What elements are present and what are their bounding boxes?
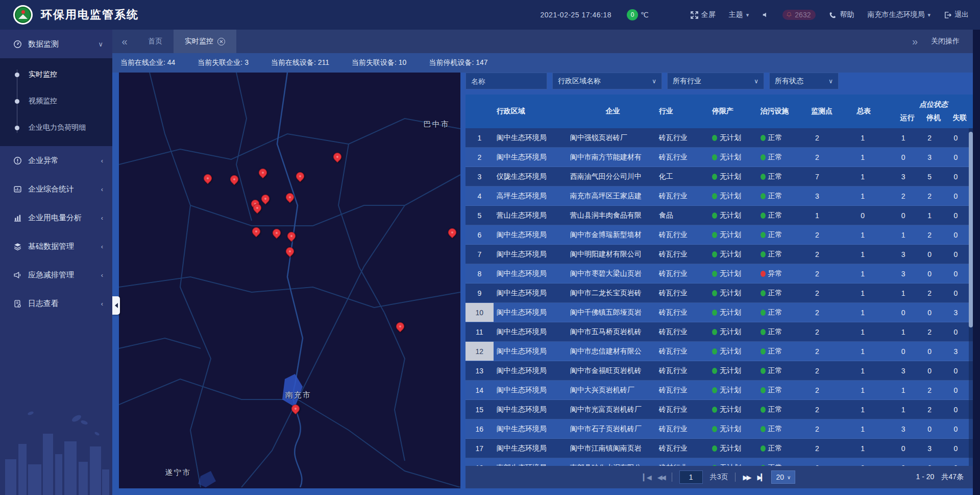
mute-button[interactable] (762, 11, 769, 18)
map-pin[interactable] (257, 167, 269, 179)
map-pin[interactable] (284, 246, 296, 257)
cell-region: 阆中生态环境局 (494, 386, 567, 395)
scrollbar-thumb[interactable] (969, 132, 973, 327)
sidebar-group-logs[interactable]: 日志查看 ‹ (0, 289, 112, 318)
map-pin[interactable] (202, 173, 214, 184)
cell-industry: 砖瓦行业 (656, 347, 709, 356)
map-pin[interactable] (271, 227, 283, 239)
status-dot-icon (761, 329, 766, 335)
page-number-input[interactable] (679, 470, 703, 484)
map-pin[interactable] (332, 151, 344, 163)
table-row[interactable]: 17阆中生态环境局阆中市江南镇阆南页岩砖瓦行业无计划正常21030 (465, 439, 973, 458)
cell-facility-status: 正常 (757, 230, 808, 240)
table-row[interactable]: 7阆中生态环境局阆中明阳建材有限公司砖瓦行业无计划正常21300 (465, 245, 973, 264)
sidebar-item-video-monitor[interactable]: 视频监控 (0, 88, 112, 114)
cell-total-meters: 1 (853, 328, 894, 336)
theme-menu[interactable]: 主题▾ (729, 10, 749, 19)
map-panel[interactable]: 巴中市南充市遂宁市 (119, 73, 460, 488)
table-scrollbar[interactable] (969, 128, 973, 466)
cell-company: 阆中市南方节能建材有 (567, 153, 656, 162)
map-pin[interactable] (284, 192, 296, 203)
name-filter-input[interactable] (471, 77, 542, 85)
bell-icon (786, 11, 793, 18)
sidebar-item-realtime-monitor[interactable]: 实时监控 (0, 61, 112, 88)
table-row[interactable]: 2阆中生态环境局阆中市南方节能建材有砖瓦行业无计划正常21030 (465, 148, 973, 167)
temperature-unit: ℃ (641, 11, 649, 19)
region-filter-select[interactable]: 行政区域名称 ∨ (552, 73, 662, 89)
table-row[interactable]: 13阆中生态环境局阆中市金福旺页岩机砖砖瓦行业无计划正常21300 (465, 361, 973, 381)
content: « 首页 实时监控 ✕ » 关闭操作 当前在线企业: 44当前失联企业: 3当前… (112, 30, 973, 495)
cell-region: 阆中生态环境局 (494, 425, 567, 434)
map-pin[interactable] (447, 226, 458, 238)
page-size-select[interactable]: 20 ∨ (771, 470, 795, 484)
row-index: 7 (465, 245, 494, 264)
sidebar-group-enterprise-abnormal[interactable]: 企业异常 ‹ (0, 146, 112, 175)
map-pin[interactable] (395, 321, 406, 333)
map-pin[interactable] (286, 230, 298, 242)
tabs-scroll-left-button[interactable]: « (112, 30, 137, 53)
table-row[interactable]: 11阆中生态环境局阆中市五马桥页岩机砖砖瓦行业无计划正常21120 (465, 322, 973, 342)
map-pin[interactable] (251, 226, 262, 238)
table-row[interactable]: 15阆中生态环境局阆中市光富页岩机砖厂砖瓦行业无计划正常21120 (465, 400, 973, 419)
header-toolbar: 2021-02-25 17:46:18 0 ℃ 全屏 主题▾ 2632 帮助 南… (541, 9, 969, 20)
sidebar-collapse-button[interactable] (112, 296, 120, 315)
cell-running: 0 (894, 347, 920, 356)
map-pin[interactable] (229, 174, 240, 185)
fullscreen-button[interactable]: 全屏 (691, 10, 716, 19)
sidebar-group-base-data[interactable]: 基础数据管理 ‹ (0, 232, 112, 261)
table-row[interactable]: 10阆中生态环境局阆中千佛镇五郎垭页岩砖瓦行业无计划正常21003 (465, 303, 973, 322)
cell-industry: 砖瓦行业 (656, 425, 709, 434)
sidebar-item-power-load-detail[interactable]: 企业电力负荷明细 (0, 114, 112, 141)
table-row[interactable]: 5营山生态环境局营山县润丰肉食品有限食品无计划正常10010 (465, 206, 973, 225)
status-dot-icon (761, 232, 766, 238)
map-pin[interactable] (260, 193, 272, 204)
close-actions-menu[interactable]: 关闭操作 (931, 37, 960, 46)
sidebar-group-enterprise-stats[interactable]: 企业综合统计 ‹ (0, 175, 112, 203)
cell-facility-status: 正常 (757, 425, 808, 434)
stat-item: 当前失联企业: 3 (198, 58, 249, 67)
status-dot-icon (712, 329, 717, 335)
cell-monitor-points: 2 (808, 444, 853, 453)
status-dot-icon (712, 368, 717, 374)
pagination-bar: ▎◀ ◀◀ 共3页 ▶▶ ▶▎ 20 ∨ (465, 466, 973, 488)
help-button[interactable]: 帮助 (829, 10, 854, 19)
logout-button[interactable]: 退出 (944, 10, 969, 19)
table-row[interactable]: 14阆中生态环境局阆中大兴页岩机砖厂砖瓦行业无计划正常21120 (465, 381, 973, 400)
cell-limit-status: 无计划 (709, 269, 757, 278)
last-page-button[interactable]: ▶▎ (757, 474, 764, 481)
org-menu[interactable]: 南充市生态环境局▾ (867, 10, 930, 19)
prev-page-button[interactable]: ◀◀ (657, 474, 665, 481)
status-filter-select[interactable]: 所有状态 ∨ (769, 73, 839, 89)
first-page-button[interactable]: ▎◀ (643, 474, 650, 481)
name-filter-input-box[interactable] (465, 73, 547, 89)
notification-count: 2632 (795, 11, 811, 19)
close-tab-icon[interactable]: ✕ (217, 38, 225, 45)
table-row[interactable]: 3仪陇生态环境局西南油气田分公司川中化工无计划正常71350 (465, 167, 973, 186)
tab-realtime-monitor[interactable]: 实时监控 ✕ (174, 30, 236, 53)
table-row[interactable]: 16阆中生态环境局阆中市石子页岩机砖厂砖瓦行业无计划正常21300 (465, 419, 973, 439)
next-page-button[interactable]: ▶▶ (743, 474, 750, 481)
map-pin[interactable] (290, 403, 302, 415)
status-dot-icon (761, 348, 766, 355)
table-row[interactable]: 18南部生态环境局南部县砂化水泥有限公建材行业无计划正常60060 (465, 458, 973, 466)
sidebar-group-emergency[interactable]: 日志查看 应急减排管理 ‹ (0, 261, 112, 289)
cell-running: 3 (894, 425, 920, 433)
industry-filter-select[interactable]: 所有行业 ∨ (667, 73, 764, 89)
cell-stopped: 0 (920, 250, 946, 258)
map-pin[interactable] (295, 170, 306, 182)
tabs-scroll-right-button[interactable]: » (912, 36, 918, 48)
status-dot-icon (712, 251, 717, 257)
table-row[interactable]: 6阆中生态环境局阆中市金博瑞新型墙材砖瓦行业无计划正常21120 (465, 225, 973, 245)
tab-home[interactable]: 首页 (137, 30, 174, 53)
table-row[interactable]: 8阆中生态环境局阆中市枣碧大梁山页岩砖瓦行业无计划异常21300 (465, 264, 973, 284)
sidebar-group-data-monitor[interactable]: 数据监测 ∨ (0, 30, 112, 58)
table-row[interactable]: 9阆中生态环境局阆中市二龙长宝页岩砖砖瓦行业无计划正常21120 (465, 284, 973, 303)
cell-limit-status: 无计划 (709, 133, 757, 143)
table-row[interactable]: 12阆中生态环境局阆中市忠信建材有限公砖瓦行业无计划正常21003 (465, 342, 973, 361)
cell-monitor-points: 2 (808, 386, 853, 394)
table-row[interactable]: 1阆中生态环境局阆中强锐页岩砖厂砖瓦行业无计划正常21120 (465, 128, 973, 148)
table-row[interactable]: 4高坪生态环境局南充市高坪区王家店建砖瓦行业无计划正常31220 (465, 186, 973, 206)
sidebar-group-power-analysis[interactable]: 企业用电量分析 ‹ (0, 203, 112, 232)
row-index: 17 (465, 439, 494, 458)
notifications-badge[interactable]: 2632 (782, 10, 816, 20)
